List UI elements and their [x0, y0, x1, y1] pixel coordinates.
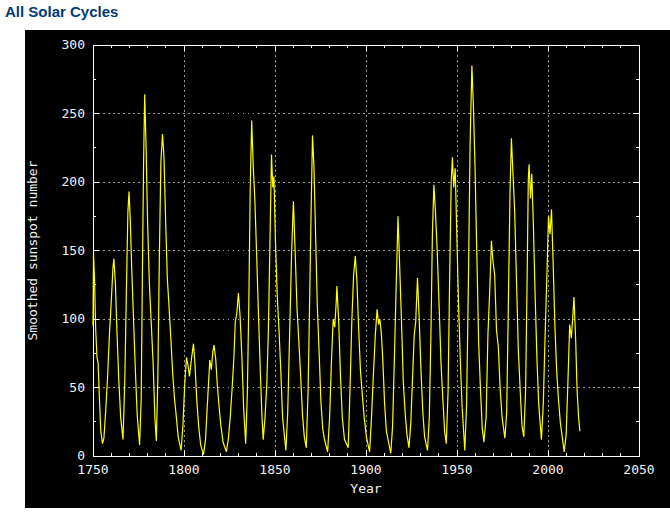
chart-canvas: 1750180018501900195020002050050100150200…	[25, 30, 670, 508]
y-axis-title: Smoothed sunspot number	[25, 160, 40, 340]
y-tick-label: 250	[62, 106, 85, 121]
x-tick-label: 2000	[532, 462, 563, 477]
x-tick-label: 2050	[623, 462, 654, 477]
x-tick-label: 1800	[168, 462, 199, 477]
page-title: All Solar Cycles	[5, 3, 118, 20]
y-tick-label: 100	[62, 311, 85, 326]
x-tick-label: 1850	[259, 462, 290, 477]
y-tick-label: 150	[62, 243, 85, 258]
x-tick-label: 1750	[77, 462, 108, 477]
y-tick-label: 200	[62, 174, 85, 189]
x-tick-label: 1950	[441, 462, 472, 477]
y-tick-label: 0	[77, 448, 85, 463]
sunspot-series-line	[93, 66, 580, 455]
x-axis-title: Year	[350, 481, 381, 496]
x-tick-label: 1900	[350, 462, 381, 477]
solar-cycles-chart: 1750180018501900195020002050050100150200…	[25, 30, 670, 508]
y-tick-label: 50	[69, 380, 85, 395]
y-tick-label: 300	[62, 37, 85, 52]
